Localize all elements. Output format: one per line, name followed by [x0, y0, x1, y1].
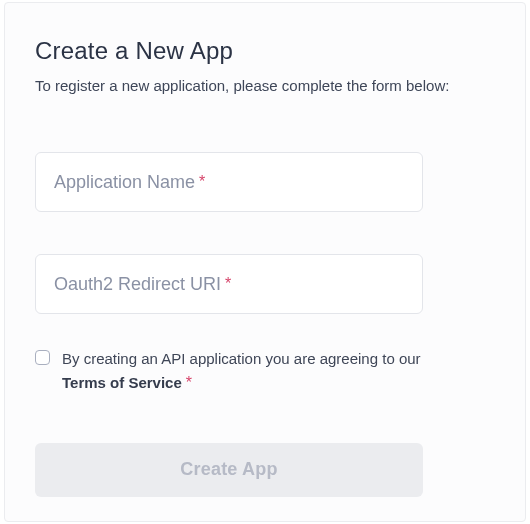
application-name-placeholder: Application Name: [54, 172, 195, 193]
agree-checkbox[interactable]: [35, 350, 50, 365]
agree-text: By creating an API application you are a…: [62, 348, 445, 395]
create-app-button[interactable]: Create App: [35, 443, 423, 497]
required-asterisk-icon: *: [186, 374, 192, 391]
redirect-uri-field-wrap: Oauth2 Redirect URI *: [35, 254, 495, 314]
terms-of-service-link[interactable]: Terms of Service: [62, 374, 182, 391]
required-asterisk-icon: *: [199, 173, 205, 191]
redirect-uri-placeholder: Oauth2 Redirect URI: [54, 274, 221, 295]
agree-text-prefix: By creating an API application you are a…: [62, 350, 421, 367]
page-subtitle: To register a new application, please co…: [35, 75, 495, 96]
create-app-card: Create a New App To register a new appli…: [4, 2, 526, 522]
application-name-field-wrap: Application Name *: [35, 152, 495, 212]
application-name-input[interactable]: Application Name *: [35, 152, 423, 212]
redirect-uri-input[interactable]: Oauth2 Redirect URI *: [35, 254, 423, 314]
page-title: Create a New App: [35, 37, 495, 65]
required-asterisk-icon: *: [225, 275, 231, 293]
agree-row: By creating an API application you are a…: [35, 348, 445, 395]
